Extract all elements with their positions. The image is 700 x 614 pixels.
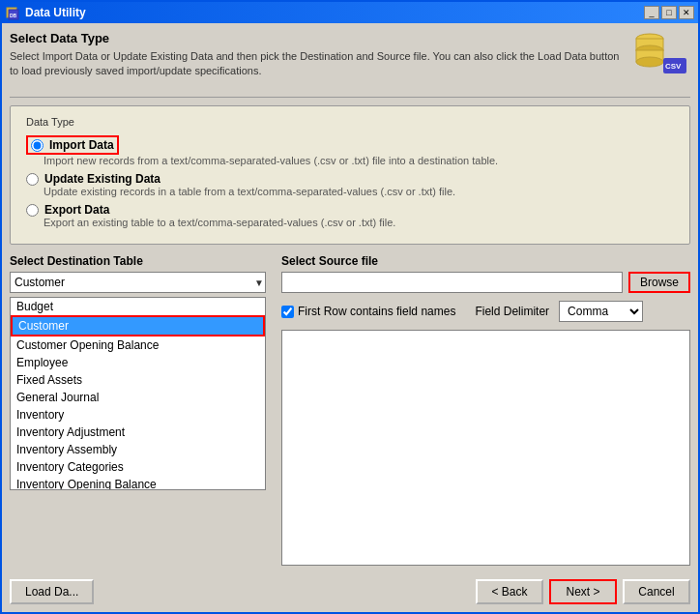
first-row-label-text: First Row contains field names [298,305,455,318]
window-controls: _ □ ✕ [644,6,694,19]
source-file-row: Browse [281,272,690,293]
destination-table-dropdown-wrapper: Customer ▼ [10,272,266,293]
update-radio-desc: Update existing records in a table from … [44,186,674,197]
list-item[interactable]: Inventory Adjustment [11,424,265,441]
header-icon: CSV [632,31,690,79]
header-section: Select Data Type Select Import Data or U… [10,31,690,79]
update-radio[interactable] [26,173,39,186]
import-radio[interactable] [31,139,44,152]
left-panel: Select Destination Table Customer ▼ Budg… [10,254,266,566]
delimiter-label-text: Field Delimiter [475,305,549,318]
maximize-button[interactable]: □ [661,6,677,19]
list-item[interactable]: Inventory Opening Balance [11,476,265,490]
import-radio-label: Import Data [49,138,114,152]
main-window: DB Data Utility _ □ ✕ Select Data Type S… [0,0,700,614]
right-panel: Select Source file Browse First Row cont… [281,254,690,566]
title-bar: DB Data Utility _ □ ✕ [2,2,698,23]
list-item[interactable]: Inventory [11,406,265,424]
update-data-option[interactable]: Update Existing Data Update existing rec… [26,172,674,197]
destination-table-select[interactable]: Customer [10,272,266,293]
list-item[interactable]: General Journal [11,389,265,406]
first-row-checkbox[interactable] [281,306,294,318]
load-data-button[interactable]: Load Da... [10,579,94,604]
svg-text:DB: DB [10,13,17,18]
export-data-option[interactable]: Export Data Export an existing table to … [26,203,674,228]
import-data-option[interactable]: Import Data Import new records from a te… [26,135,674,166]
list-item[interactable]: Inventory Categories [11,458,265,476]
list-item[interactable]: Customer [11,315,265,336]
first-row-checkbox-label[interactable]: First Row contains field names [281,305,455,318]
footer-right: < Back Next > Cancel [476,579,690,604]
footer-left: Load Da... [10,579,94,604]
svg-text:CSV: CSV [665,62,682,71]
window-body: Select Data Type Select Import Data or U… [2,23,698,612]
data-type-group-label: Data Type [26,116,674,128]
update-radio-label: Update Existing Data [44,172,160,186]
export-radio[interactable] [26,204,39,217]
list-item[interactable]: Employee [11,354,265,371]
export-radio-desc: Export an existing table to a text/comma… [44,217,674,228]
page-description: Select Import Data or Update Existing Da… [10,49,623,79]
import-radio-desc: Import new records from a text/comma-sep… [44,155,674,166]
source-file-input[interactable] [281,272,623,293]
header-text: Select Data Type Select Import Data or U… [10,31,623,79]
log-area [281,330,690,566]
destination-table-list[interactable]: BudgetCustomerCustomer Opening BalanceEm… [10,297,266,490]
window-title: Data Utility [25,6,644,19]
import-radio-highlight: Import Data [26,135,119,155]
browse-button[interactable]: Browse [628,272,690,293]
close-button[interactable]: ✕ [679,6,694,19]
export-radio-label: Export Data [44,203,109,217]
next-button[interactable]: Next > [549,579,617,604]
back-button[interactable]: < Back [476,579,543,604]
svg-point-7 [636,57,663,67]
list-item[interactable]: Customer Opening Balance [11,336,265,354]
destination-table-label: Select Destination Table [10,254,266,268]
data-type-group: Data Type Import Data Import new records… [10,105,690,245]
page-title: Select Data Type [10,31,623,45]
footer-row: Load Da... < Back Next > Cancel [10,573,690,604]
options-row: First Row contains field names Field Del… [281,301,690,322]
delimiter-select[interactable]: Comma Tab Semicolon Pipe [559,301,643,322]
bottom-section: Select Destination Table Customer ▼ Budg… [10,254,690,566]
list-item[interactable]: Fixed Assets [11,371,265,389]
minimize-button[interactable]: _ [644,6,659,19]
source-file-label: Select Source file [281,254,690,268]
list-item[interactable]: Budget [11,298,265,315]
cancel-button[interactable]: Cancel [623,579,690,604]
app-icon: DB [6,5,21,20]
separator [10,97,690,98]
list-item[interactable]: Inventory Assembly [11,441,265,458]
